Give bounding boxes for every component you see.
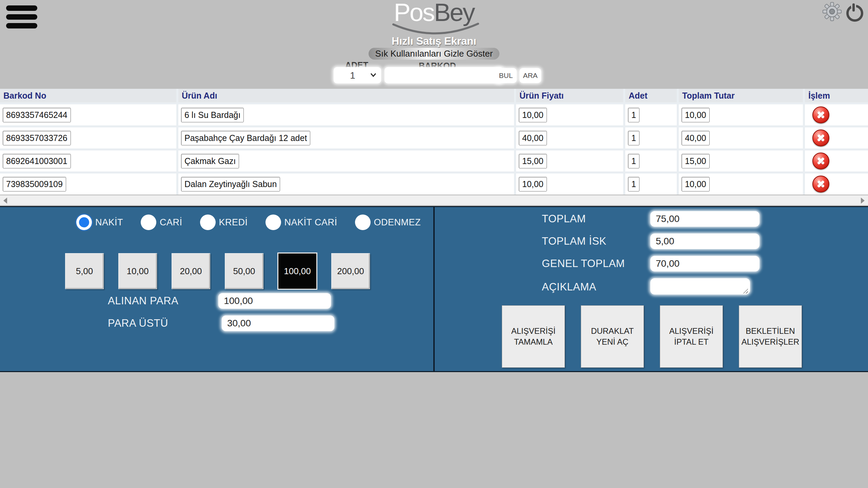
table-row-cell: 1 (625, 127, 677, 148)
price-input[interactable]: 10,00 (519, 108, 547, 122)
denomination-button-100[interactable]: 100,00 (278, 253, 317, 289)
total-input[interactable]: 10,00 (682, 108, 710, 122)
alisverisi-tamamla-button[interactable]: ALIŞVERİŞİ TAMAMLA (502, 305, 565, 368)
qty-input[interactable]: 1 (628, 177, 639, 191)
table-row-cell: 40,00 (679, 127, 803, 148)
toplam-isk-input[interactable] (650, 233, 760, 249)
adet-select-wrap: 1 (334, 67, 381, 83)
table-row-cell (805, 150, 868, 171)
barkod-input[interactable] (384, 67, 503, 83)
alinan-para-input[interactable] (218, 293, 331, 309)
payment-method-nakit-cari[interactable]: NAKİT CARİ (265, 215, 337, 230)
radio-nakit-cari[interactable] (265, 215, 281, 230)
genel-toplam-label: GENEL TOPLAM (542, 258, 650, 270)
table-row-cell: 1 (625, 150, 677, 171)
table-row-cell (805, 174, 868, 195)
radio-kredi[interactable] (200, 215, 216, 230)
scroll-left-icon[interactable] (3, 198, 7, 204)
qty-input[interactable]: 1 (628, 108, 639, 122)
table-row-cell: Paşabahçe Çay Bardağı 12 adet (178, 127, 514, 148)
para-ustu-input[interactable] (222, 316, 334, 331)
table-row-cell: Çakmak Gazı (178, 150, 514, 171)
payment-method-label: NAKİT (95, 217, 123, 228)
radio-nakit[interactable] (76, 215, 92, 230)
qty-input[interactable]: 1 (628, 131, 639, 145)
barcode-input[interactable]: 8693357465244 (3, 108, 71, 122)
delete-row-icon[interactable] (812, 176, 829, 192)
table-row-cell: 40,00 (516, 127, 623, 148)
table-row-cell: Dalan Zeytinyağlı Sabun (178, 174, 514, 195)
genel-toplam-input[interactable] (650, 256, 760, 271)
product-name-input[interactable]: 6 lı Su Bardağı (181, 108, 244, 122)
bul-button[interactable]: BUL (495, 68, 517, 83)
product-table: Barkod No Ürün Adı Ürün Fiyatı Adet Topl… (0, 89, 868, 195)
col-header-adet: Adet (625, 89, 677, 102)
total-input[interactable]: 40,00 (682, 131, 710, 145)
page-title: Hızlı Satış Ekranı (0, 35, 868, 47)
denomination-group: 5,00 10,00 20,00 50,00 100,00 200,00 (65, 253, 370, 289)
bekletilen-alisverisler-button[interactable]: BEKLETİLEN ALIŞVERİŞLER (739, 305, 802, 368)
price-input[interactable]: 15,00 (519, 154, 547, 168)
delete-row-icon[interactable] (812, 152, 829, 169)
radio-odenmez[interactable] (355, 215, 371, 230)
payment-method-label: ODENMEZ (374, 217, 421, 228)
table-row-cell: 10,00 (679, 104, 803, 125)
total-input[interactable]: 10,00 (682, 177, 710, 191)
alisverisi-iptal-et-button[interactable]: ALIŞVERİŞİ İPTAL ET (660, 305, 723, 368)
adet-select[interactable]: 1 (334, 67, 381, 83)
payment-method-nakit[interactable]: NAKİT (76, 215, 123, 230)
product-name-input[interactable]: Paşabahçe Çay Bardağı 12 adet (181, 131, 310, 145)
denomination-button-50[interactable]: 50,00 (225, 253, 263, 289)
qty-input[interactable]: 1 (628, 154, 639, 168)
payment-method-odenmez[interactable]: ODENMEZ (355, 215, 421, 230)
radio-cari[interactable] (141, 215, 156, 230)
toplam-label: TOPLAM (542, 213, 650, 225)
product-name-input[interactable]: Dalan Zeytinyağlı Sabun (181, 177, 280, 191)
table-row-cell: 1 (625, 174, 677, 195)
col-header-islem: İşlem (805, 89, 868, 102)
price-input[interactable]: 40,00 (519, 131, 547, 145)
table-row-cell: 15,00 (679, 150, 803, 171)
product-name-input[interactable]: Çakmak Gazı (181, 154, 239, 168)
duraklat-yeni-ac-button[interactable]: DURAKLAT YENİ AÇ (581, 305, 644, 368)
table-row-cell: 8693357033726 (0, 127, 176, 148)
table-row-cell: 8692641003001 (0, 150, 176, 171)
denomination-button-10[interactable]: 10,00 (118, 253, 157, 289)
action-button-group: ALIŞVERİŞİ TAMAMLA DURAKLAT YENİ AÇ ALIŞ… (502, 305, 802, 368)
aciklama-label: AÇIKLAMA (542, 281, 650, 293)
aciklama-textarea[interactable] (650, 278, 750, 294)
bottom-panel: NAKİT CARİ KREDİ NAKİT CARİ ODENMEZ 5,00… (0, 206, 868, 372)
payment-method-label: KREDİ (219, 217, 248, 228)
col-header-urun-fiyati: Ürün Fiyatı (516, 89, 623, 102)
barcode-input[interactable]: 8693357033726 (3, 131, 71, 145)
delete-row-icon[interactable] (812, 129, 829, 146)
payment-method-kredi[interactable]: KREDİ (200, 215, 248, 230)
table-row-cell: 15,00 (516, 150, 623, 171)
payment-method-label: CARİ (160, 217, 182, 228)
denomination-button-5[interactable]: 5,00 (65, 253, 104, 289)
col-header-barkod-no: Barkod No (0, 89, 176, 102)
denomination-button-200[interactable]: 200,00 (331, 253, 370, 289)
toplam-input[interactable] (650, 211, 760, 227)
ara-button[interactable]: ARA (519, 68, 541, 83)
barcode-input[interactable]: 8692641003001 (3, 154, 71, 168)
table-row-cell (805, 127, 868, 148)
barcode-input[interactable]: 739835009109 (3, 177, 66, 191)
table-row-cell: 10,00 (516, 174, 623, 195)
payment-method-cari[interactable]: CARİ (141, 215, 182, 230)
table-row-cell: 739835009109 (0, 174, 176, 195)
scroll-right-icon[interactable] (861, 198, 865, 204)
denomination-button-20[interactable]: 20,00 (172, 253, 210, 289)
table-row-cell: 10,00 (516, 104, 623, 125)
delete-row-icon[interactable] (812, 106, 829, 123)
horizontal-scrollbar[interactable] (0, 195, 868, 205)
toplam-isk-label: TOPLAM İSK (542, 235, 650, 247)
favorites-toggle-button[interactable]: Sık Kullanılanları Gizle Göster (369, 48, 500, 60)
para-ustu-label: PARA ÜSTÜ (108, 317, 168, 329)
alinan-para-label: ALINAN PARA (108, 295, 178, 307)
posbey-logo: PosBey (0, 0, 868, 25)
total-input[interactable]: 15,00 (682, 154, 710, 168)
price-input[interactable]: 10,00 (519, 177, 547, 191)
table-row-cell (805, 104, 868, 125)
table-row-cell: 1 (625, 104, 677, 125)
